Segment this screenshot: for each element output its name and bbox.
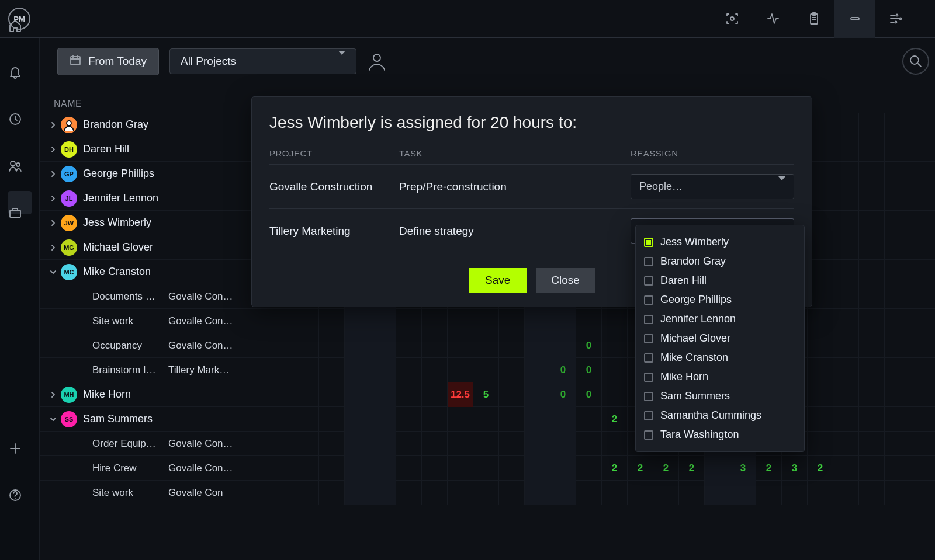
expand-toggle[interactable] bbox=[46, 219, 61, 227]
grid-cell[interactable] bbox=[473, 358, 499, 382]
grid-cell[interactable] bbox=[319, 407, 345, 432]
grid-cell[interactable] bbox=[499, 407, 525, 432]
grid-cell[interactable] bbox=[833, 260, 859, 284]
grid-cell[interactable] bbox=[525, 333, 550, 358]
grid-cell[interactable] bbox=[525, 432, 550, 456]
grid-cell[interactable] bbox=[345, 382, 370, 407]
grid-cell[interactable] bbox=[833, 284, 859, 309]
grid-cell[interactable] bbox=[550, 333, 576, 358]
grid-cell[interactable] bbox=[602, 309, 628, 333]
grid-cell[interactable] bbox=[396, 481, 422, 505]
grid-cell[interactable] bbox=[422, 481, 448, 505]
grid-cell[interactable] bbox=[370, 407, 396, 432]
grid-cell[interactable] bbox=[396, 333, 422, 358]
grid-cell[interactable] bbox=[833, 481, 859, 505]
grid-cell[interactable] bbox=[859, 333, 885, 358]
grid-cell[interactable] bbox=[473, 481, 499, 505]
grid-cell[interactable] bbox=[448, 358, 473, 382]
grid-cell[interactable] bbox=[602, 358, 628, 382]
grid-cell[interactable] bbox=[499, 333, 525, 358]
grid-cell[interactable] bbox=[370, 309, 396, 333]
expand-toggle[interactable] bbox=[46, 194, 61, 203]
grid-cell[interactable] bbox=[859, 309, 885, 333]
grid-cell[interactable] bbox=[576, 309, 602, 333]
grid-cell[interactable] bbox=[833, 407, 859, 432]
grid-cell[interactable]: 2 bbox=[628, 456, 653, 481]
grid-cell[interactable] bbox=[422, 333, 448, 358]
grid-cell[interactable] bbox=[602, 432, 628, 456]
grid-cell[interactable]: 3 bbox=[782, 456, 808, 481]
grid-cell[interactable] bbox=[422, 382, 448, 407]
grid-cell[interactable] bbox=[808, 432, 833, 456]
grid-cell[interactable] bbox=[525, 481, 550, 505]
reassign-select[interactable]: People… bbox=[631, 174, 794, 199]
grid-cell[interactable] bbox=[859, 382, 885, 407]
grid-cell[interactable] bbox=[345, 456, 370, 481]
grid-cell[interactable]: 2 bbox=[602, 407, 628, 432]
grid-cell[interactable] bbox=[808, 382, 833, 407]
person-row[interactable]: GPGeorge Phillips bbox=[40, 162, 268, 186]
checkbox[interactable] bbox=[644, 276, 653, 286]
grid-cell[interactable] bbox=[293, 481, 319, 505]
grid-cell[interactable] bbox=[525, 358, 550, 382]
dropdown-item[interactable]: Mike Horn bbox=[644, 367, 796, 387]
grid-cell[interactable]: 2 bbox=[679, 456, 705, 481]
grid-cell[interactable] bbox=[808, 333, 833, 358]
task-row[interactable]: Site workGovalle Con… bbox=[40, 309, 268, 333]
grid-cell[interactable] bbox=[833, 432, 859, 456]
grid-cell[interactable] bbox=[833, 382, 859, 407]
grid-cell[interactable] bbox=[808, 309, 833, 333]
grid-cell[interactable] bbox=[422, 358, 448, 382]
grid-cell[interactable] bbox=[319, 382, 345, 407]
grid-cell[interactable] bbox=[525, 309, 550, 333]
grid-cell[interactable] bbox=[602, 382, 628, 407]
grid-cell[interactable] bbox=[268, 358, 293, 382]
grid-cell[interactable]: 0 bbox=[576, 382, 602, 407]
grid-cell[interactable] bbox=[859, 284, 885, 309]
close-button[interactable]: Close bbox=[536, 268, 595, 293]
grid-cell[interactable] bbox=[833, 211, 859, 235]
person-row[interactable]: JWJess Wimberly bbox=[40, 211, 268, 235]
grid-cell[interactable] bbox=[396, 358, 422, 382]
grid-cell[interactable] bbox=[370, 432, 396, 456]
grid-cell[interactable] bbox=[859, 162, 885, 186]
grid-cell[interactable] bbox=[756, 481, 782, 505]
grid-cell[interactable] bbox=[473, 333, 499, 358]
grid-cell[interactable] bbox=[653, 481, 679, 505]
projects-select[interactable]: All Projects bbox=[169, 48, 356, 74]
grid-cell[interactable] bbox=[293, 309, 319, 333]
person-row[interactable]: JLJennifer Lennon bbox=[40, 186, 268, 211]
person-row[interactable]: MGMichael Glover bbox=[40, 235, 268, 260]
grid-cell[interactable] bbox=[859, 235, 885, 260]
dropdown-item[interactable]: Michael Glover bbox=[644, 329, 796, 348]
activity-icon[interactable] bbox=[753, 0, 794, 38]
grid-cell[interactable] bbox=[319, 358, 345, 382]
grid-cell[interactable] bbox=[859, 358, 885, 382]
task-row[interactable]: Brainstorm I…Tillery Mark… bbox=[40, 358, 268, 382]
expand-toggle[interactable] bbox=[46, 415, 61, 423]
grid-cell[interactable] bbox=[833, 162, 859, 186]
expand-toggle[interactable] bbox=[46, 268, 61, 276]
grid-cell[interactable] bbox=[268, 432, 293, 456]
grid-cell[interactable] bbox=[550, 309, 576, 333]
people-dropdown[interactable]: Jess WimberlyBrandon GrayDaren HillGeorg… bbox=[635, 225, 805, 452]
grid-cell[interactable] bbox=[345, 407, 370, 432]
grid-cell[interactable] bbox=[473, 432, 499, 456]
grid-cell[interactable] bbox=[808, 407, 833, 432]
grid-cell[interactable] bbox=[576, 407, 602, 432]
grid-cell[interactable] bbox=[319, 333, 345, 358]
person-row[interactable]: Brandon Gray bbox=[40, 113, 268, 137]
grid-cell[interactable] bbox=[293, 456, 319, 481]
grid-cell[interactable] bbox=[705, 481, 730, 505]
grid-cell[interactable] bbox=[499, 382, 525, 407]
task-row[interactable]: Documents …Govalle Con… bbox=[40, 284, 268, 309]
grid-cell[interactable]: 0 bbox=[550, 382, 576, 407]
grid-cell[interactable] bbox=[268, 407, 293, 432]
grid-cell[interactable] bbox=[268, 333, 293, 358]
grid-cell[interactable] bbox=[782, 481, 808, 505]
task-row[interactable]: Order Equip…Govalle Con… bbox=[40, 432, 268, 456]
grid-cell[interactable] bbox=[525, 456, 550, 481]
task-row[interactable]: Hire CrewGovalle Con… bbox=[40, 456, 268, 481]
grid-cell[interactable]: 2 bbox=[602, 456, 628, 481]
grid-cell[interactable] bbox=[628, 481, 653, 505]
